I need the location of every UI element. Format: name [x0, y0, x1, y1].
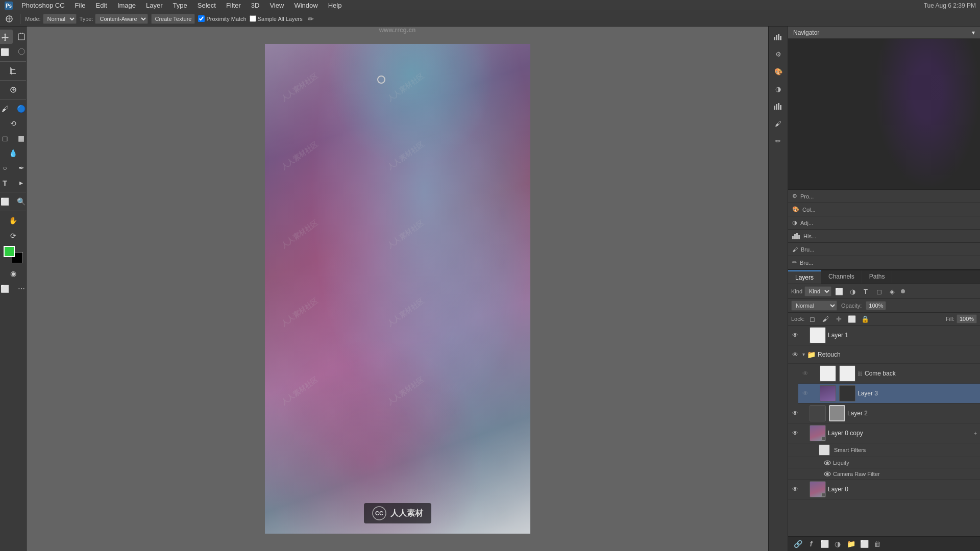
menu-edit[interactable]: Edit — [92, 1, 111, 10]
eraser-tool[interactable]: ◻ — [0, 131, 13, 145]
proximity-match-label[interactable]: Proximity Match — [198, 15, 246, 22]
panel-icon-brush2[interactable]: ✏ — [770, 133, 787, 149]
kind-select[interactable]: Kind — [804, 286, 831, 296]
filter-shape-btn[interactable]: ◻ — [873, 286, 885, 296]
layer0-visibility[interactable]: 👁 — [791, 485, 799, 493]
panel-icon-adjustments[interactable]: ◑ — [770, 81, 787, 97]
link-layers-btn[interactable]: 🔗 — [792, 539, 803, 549]
hand-tool[interactable]: ✋ — [6, 213, 21, 228]
menu-filter[interactable]: Filter — [222, 1, 245, 10]
layer-row-layer2[interactable]: 👁 Layer 2 — [788, 404, 980, 423]
adjustment-layer-btn[interactable]: ◑ — [832, 539, 843, 549]
blend-mode-select[interactable]: Normal — [791, 300, 837, 311]
layer1-visibility[interactable]: 👁 — [791, 331, 799, 339]
layer-row-layer0-copy[interactable]: 👁 Layer 0 copy + — [788, 423, 980, 443]
menu-view[interactable]: View — [265, 1, 288, 10]
layer0copy-visibility[interactable]: 👁 — [791, 429, 799, 437]
blur-tool[interactable]: 💧 — [6, 146, 21, 160]
quick-mask-tool[interactable]: ◉ — [6, 266, 21, 281]
navigator-header[interactable]: Navigator ▾ — [788, 27, 980, 39]
lock-position-btn[interactable]: ✛ — [833, 314, 844, 324]
liquify-eye[interactable] — [824, 460, 831, 465]
color-panel[interactable]: 🎨 Col... — [788, 203, 980, 216]
menu-window[interactable]: Window — [290, 1, 322, 10]
sample-all-layers-checkbox[interactable] — [250, 15, 256, 22]
camera-raw-row[interactable]: Camera Raw Filter — [788, 468, 980, 480]
camera-raw-eye[interactable] — [824, 471, 831, 477]
tool-group-healing — [0, 83, 26, 99]
new-group-btn[interactable]: 📁 — [845, 539, 856, 549]
menu-photoshop[interactable]: Photoshop CC — [17, 1, 69, 10]
adjustments-panel[interactable]: ◑ Adj... — [788, 216, 980, 230]
history-brush-tool[interactable]: ⟲ — [6, 116, 21, 131]
filter-smart-btn[interactable]: ◈ — [887, 286, 898, 296]
shape-tool[interactable]: ⬜ — [0, 194, 13, 209]
add-style-btn[interactable]: f — [805, 539, 817, 549]
menu-type[interactable]: Type — [169, 1, 191, 10]
layer2-visibility[interactable]: 👁 — [791, 409, 799, 417]
screen-mode-standard[interactable]: ⬜ — [0, 282, 13, 296]
panel-icon-properties[interactable]: ⚙ — [770, 46, 787, 62]
brush-tool[interactable]: 🖌 — [0, 102, 13, 116]
layer-row-come-back[interactable]: 👁 ⛓ Come back — [798, 364, 980, 384]
active-tool-icon[interactable] — [3, 13, 15, 25]
app-icon: Ps — [4, 1, 13, 10]
panel-icon-histogram2[interactable] — [770, 98, 787, 114]
retouch-visibility[interactable]: 👁 — [791, 350, 799, 359]
filter-pixel-btn[interactable]: ⬜ — [834, 286, 845, 296]
retouch-expand-arrow[interactable]: ▾ — [802, 352, 805, 357]
panel-icon-histogram[interactable] — [770, 29, 787, 45]
menu-3d[interactable]: 3D — [247, 1, 264, 10]
layer-row-layer0[interactable]: 👁 Layer 0 — [788, 480, 980, 499]
marquee-tool[interactable]: ⬜ — [0, 45, 13, 59]
filter-adjustment-btn[interactable]: ◑ — [847, 286, 858, 296]
mode-select[interactable]: Normal — [43, 14, 77, 24]
color-swatches[interactable] — [4, 246, 23, 263]
tab-paths[interactable]: Paths — [862, 270, 893, 284]
svg-rect-23 — [776, 104, 777, 110]
tab-layers[interactable]: Layers — [788, 270, 821, 284]
layer-row-layer3[interactable]: 👁 Layer 3 — [798, 384, 980, 404]
new-layer-btn[interactable]: ⬜ — [859, 539, 870, 549]
layer3-visibility[interactable]: 👁 — [801, 389, 810, 397]
brush-settings-panel[interactable]: ✏ Bru... — [788, 256, 980, 269]
move-tool[interactable] — [0, 30, 13, 44]
lock-artboard-btn[interactable]: ⬜ — [846, 314, 857, 324]
lock-all-btn[interactable]: 🔒 — [860, 314, 871, 324]
healing-brush-tool[interactable] — [6, 83, 21, 97]
panel-icons-sidebar: ⚙ 🎨 ◑ 🖌 ✏ — [769, 27, 788, 551]
panel-icon-color[interactable]: 🎨 — [770, 63, 787, 80]
dodge-tool[interactable]: ○ — [0, 161, 13, 175]
layer-row-layer1[interactable]: 👁 Layer 1 — [788, 325, 980, 345]
panel-icon-brush1[interactable]: 🖌 — [770, 115, 787, 132]
type-select[interactable]: Content-Aware — [95, 14, 148, 24]
type-tool[interactable]: T — [0, 176, 13, 190]
menu-image[interactable]: Image — [113, 1, 140, 10]
create-texture-btn[interactable]: Create Texture — [151, 14, 195, 24]
filter-type-btn[interactable]: T — [860, 286, 871, 296]
sample-all-layers-label[interactable]: Sample All Layers — [250, 15, 303, 22]
lock-transparent-btn[interactable]: ◻ — [806, 314, 818, 324]
properties-panel[interactable]: ⚙ Pro... — [788, 190, 980, 203]
canvas-image[interactable]: 人人素材社区 人人素材社区 人人素材社区 人人素材社区 人人素材社区 人人素材社… — [265, 44, 530, 534]
menu-select[interactable]: Select — [193, 1, 220, 10]
foreground-color[interactable] — [4, 246, 15, 257]
fill-input[interactable] — [957, 314, 977, 323]
histogram-panel[interactable]: His... — [788, 230, 980, 243]
crop-tool[interactable] — [6, 64, 21, 78]
menu-file[interactable]: File — [71, 1, 90, 10]
proximity-match-checkbox[interactable] — [198, 15, 205, 22]
rotate-view-tool[interactable]: ⟳ — [6, 229, 21, 243]
liquify-row[interactable]: Liquify — [788, 457, 980, 468]
opacity-input[interactable] — [866, 301, 886, 310]
come-back-visibility[interactable]: 👁 — [801, 369, 810, 378]
brush-preset-panel[interactable]: 🖌 Bru... — [788, 243, 980, 256]
lock-image-btn[interactable]: 🖌 — [820, 314, 831, 324]
smart-filters-row[interactable]: Smart Filters — [788, 443, 980, 457]
add-mask-btn[interactable]: ⬜ — [819, 539, 830, 549]
tab-channels[interactable]: Channels — [821, 270, 862, 284]
menu-help[interactable]: Help — [324, 1, 346, 10]
menu-layer[interactable]: Layer — [142, 1, 167, 10]
delete-layer-btn[interactable]: 🗑 — [872, 539, 883, 549]
layer-row-retouch[interactable]: 👁 ▾ 📁 Retouch — [788, 345, 980, 364]
